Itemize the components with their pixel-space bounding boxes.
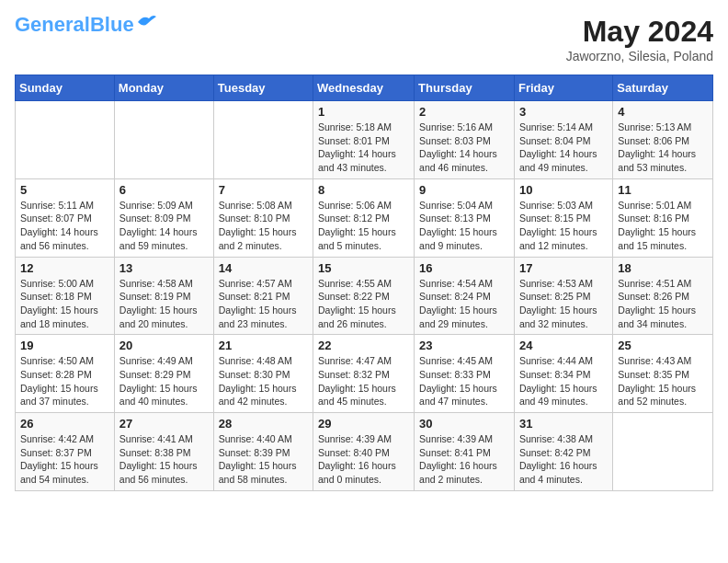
logo: GeneralBlue — [15, 15, 156, 35]
day-info: Sunrise: 4:42 AMSunset: 8:37 PMDaylight:… — [20, 432, 109, 487]
calendar-cell: 24Sunrise: 4:44 AMSunset: 8:34 PMDayligh… — [514, 335, 612, 413]
day-number: 21 — [219, 339, 308, 352]
calendar-cell — [613, 413, 713, 491]
calendar-cell: 13Sunrise: 4:58 AMSunset: 8:19 PMDayligh… — [114, 257, 213, 335]
day-info: Sunrise: 4:40 AMSunset: 8:39 PMDaylight:… — [219, 432, 308, 487]
day-info: Sunrise: 5:13 AMSunset: 8:06 PMDaylight:… — [618, 121, 708, 175]
weekday-header-thursday: Thursday — [415, 75, 515, 101]
calendar-cell: 31Sunrise: 4:38 AMSunset: 8:42 PMDayligh… — [514, 413, 612, 491]
day-info: Sunrise: 4:39 AMSunset: 8:40 PMDaylight:… — [318, 432, 409, 487]
calendar-header: SundayMondayTuesdayWednesdayThursdayFrid… — [16, 75, 713, 101]
day-number: 22 — [318, 339, 409, 352]
day-number: 2 — [419, 105, 509, 119]
day-info: Sunrise: 4:39 AMSunset: 8:41 PMDaylight:… — [419, 432, 509, 487]
calendar-cell: 5Sunrise: 5:11 AMSunset: 8:07 PMDaylight… — [16, 178, 115, 257]
day-number: 12 — [20, 261, 109, 275]
day-info: Sunrise: 4:47 AMSunset: 8:32 PMDaylight:… — [318, 354, 409, 408]
day-info: Sunrise: 4:41 AMSunset: 8:38 PMDaylight:… — [119, 432, 209, 487]
day-number: 11 — [618, 183, 708, 197]
calendar-cell: 16Sunrise: 4:54 AMSunset: 8:24 PMDayligh… — [415, 257, 515, 335]
day-info: Sunrise: 5:01 AMSunset: 8:16 PMDaylight:… — [618, 199, 708, 253]
logo-text: GeneralBlue — [15, 15, 134, 35]
calendar-cell: 9Sunrise: 5:04 AMSunset: 8:13 PMDaylight… — [415, 178, 515, 257]
day-info: Sunrise: 4:38 AMSunset: 8:42 PMDaylight:… — [519, 432, 608, 487]
day-number: 29 — [318, 417, 409, 431]
title-block: May 2024 Jaworzno, Silesia, Poland — [566, 15, 713, 63]
calendar-cell: 27Sunrise: 4:41 AMSunset: 8:38 PMDayligh… — [114, 413, 213, 491]
day-info: Sunrise: 5:18 AMSunset: 8:01 PMDaylight:… — [318, 121, 409, 175]
calendar-cell: 23Sunrise: 4:45 AMSunset: 8:33 PMDayligh… — [415, 335, 515, 413]
day-number: 18 — [618, 261, 708, 275]
day-number: 9 — [419, 183, 509, 197]
day-info: Sunrise: 5:08 AMSunset: 8:10 PMDaylight:… — [219, 199, 308, 253]
calendar-week-5: 26Sunrise: 4:42 AMSunset: 8:37 PMDayligh… — [16, 413, 713, 491]
calendar-week-1: 1Sunrise: 5:18 AMSunset: 8:01 PMDaylight… — [16, 101, 713, 179]
weekday-header-wednesday: Wednesday — [313, 75, 415, 101]
calendar-cell: 8Sunrise: 5:06 AMSunset: 8:12 PMDaylight… — [313, 178, 415, 257]
weekday-header-monday: Monday — [114, 75, 213, 101]
day-info: Sunrise: 4:43 AMSunset: 8:35 PMDaylight:… — [618, 354, 708, 408]
day-number: 26 — [20, 417, 109, 431]
calendar-cell: 12Sunrise: 5:00 AMSunset: 8:18 PMDayligh… — [16, 257, 115, 335]
calendar-week-4: 19Sunrise: 4:50 AMSunset: 8:28 PMDayligh… — [16, 335, 713, 413]
calendar-week-2: 5Sunrise: 5:11 AMSunset: 8:07 PMDaylight… — [16, 178, 713, 257]
calendar-week-3: 12Sunrise: 5:00 AMSunset: 8:18 PMDayligh… — [16, 257, 713, 335]
day-info: Sunrise: 4:57 AMSunset: 8:21 PMDaylight:… — [219, 277, 308, 331]
day-number: 13 — [119, 261, 209, 275]
calendar-cell: 28Sunrise: 4:40 AMSunset: 8:39 PMDayligh… — [213, 413, 313, 491]
day-info: Sunrise: 5:03 AMSunset: 8:15 PMDaylight:… — [519, 199, 608, 253]
calendar-cell: 20Sunrise: 4:49 AMSunset: 8:29 PMDayligh… — [114, 335, 213, 413]
calendar-cell: 6Sunrise: 5:09 AMSunset: 8:09 PMDaylight… — [114, 178, 213, 257]
day-info: Sunrise: 5:04 AMSunset: 8:13 PMDaylight:… — [419, 199, 509, 253]
calendar-cell: 1Sunrise: 5:18 AMSunset: 8:01 PMDaylight… — [313, 101, 415, 179]
weekday-header-tuesday: Tuesday — [213, 75, 313, 101]
calendar-cell: 25Sunrise: 4:43 AMSunset: 8:35 PMDayligh… — [613, 335, 713, 413]
day-info: Sunrise: 4:45 AMSunset: 8:33 PMDaylight:… — [419, 354, 509, 408]
page-header: GeneralBlue May 2024 Jaworzno, Silesia, … — [15, 15, 713, 63]
weekday-header-saturday: Saturday — [613, 75, 713, 101]
day-info: Sunrise: 4:53 AMSunset: 8:25 PMDaylight:… — [519, 277, 608, 331]
logo-bird-icon — [136, 13, 156, 29]
calendar-cell: 22Sunrise: 4:47 AMSunset: 8:32 PMDayligh… — [313, 335, 415, 413]
day-number: 4 — [618, 105, 708, 119]
day-info: Sunrise: 4:48 AMSunset: 8:30 PMDaylight:… — [219, 354, 308, 408]
day-info: Sunrise: 5:06 AMSunset: 8:12 PMDaylight:… — [318, 199, 409, 253]
calendar-cell: 2Sunrise: 5:16 AMSunset: 8:03 PMDaylight… — [415, 101, 515, 179]
location-subtitle: Jaworzno, Silesia, Poland — [566, 49, 713, 63]
day-info: Sunrise: 4:55 AMSunset: 8:22 PMDaylight:… — [318, 277, 409, 331]
calendar-table: SundayMondayTuesdayWednesdayThursdayFrid… — [15, 75, 713, 491]
day-number: 30 — [419, 417, 509, 431]
weekday-header-friday: Friday — [514, 75, 612, 101]
calendar-cell: 29Sunrise: 4:39 AMSunset: 8:40 PMDayligh… — [313, 413, 415, 491]
calendar-cell: 10Sunrise: 5:03 AMSunset: 8:15 PMDayligh… — [514, 178, 612, 257]
day-number: 31 — [519, 417, 608, 431]
day-info: Sunrise: 5:16 AMSunset: 8:03 PMDaylight:… — [419, 121, 509, 175]
day-number: 24 — [519, 339, 608, 352]
day-number: 25 — [618, 339, 708, 352]
calendar-cell: 19Sunrise: 4:50 AMSunset: 8:28 PMDayligh… — [16, 335, 115, 413]
day-number: 5 — [20, 183, 109, 197]
calendar-cell: 7Sunrise: 5:08 AMSunset: 8:10 PMDaylight… — [213, 178, 313, 257]
day-info: Sunrise: 4:44 AMSunset: 8:34 PMDaylight:… — [519, 354, 608, 408]
day-number: 19 — [20, 339, 109, 352]
calendar-cell — [213, 101, 313, 179]
day-info: Sunrise: 4:51 AMSunset: 8:26 PMDaylight:… — [618, 277, 708, 331]
calendar-cell: 15Sunrise: 4:55 AMSunset: 8:22 PMDayligh… — [313, 257, 415, 335]
day-number: 14 — [219, 261, 308, 275]
day-info: Sunrise: 5:09 AMSunset: 8:09 PMDaylight:… — [119, 199, 209, 253]
day-number: 27 — [119, 417, 209, 431]
calendar-cell: 18Sunrise: 4:51 AMSunset: 8:26 PMDayligh… — [613, 257, 713, 335]
day-number: 6 — [119, 183, 209, 197]
day-number: 16 — [419, 261, 509, 275]
calendar-cell: 11Sunrise: 5:01 AMSunset: 8:16 PMDayligh… — [613, 178, 713, 257]
calendar-cell: 3Sunrise: 5:14 AMSunset: 8:04 PMDaylight… — [514, 101, 612, 179]
calendar-cell: 21Sunrise: 4:48 AMSunset: 8:30 PMDayligh… — [213, 335, 313, 413]
calendar-cell: 4Sunrise: 5:13 AMSunset: 8:06 PMDaylight… — [613, 101, 713, 179]
day-info: Sunrise: 5:11 AMSunset: 8:07 PMDaylight:… — [20, 199, 109, 253]
day-number: 8 — [318, 183, 409, 197]
day-info: Sunrise: 5:00 AMSunset: 8:18 PMDaylight:… — [20, 277, 109, 331]
calendar-cell: 26Sunrise: 4:42 AMSunset: 8:37 PMDayligh… — [16, 413, 115, 491]
day-number: 15 — [318, 261, 409, 275]
month-year-title: May 2024 — [566, 15, 713, 49]
day-number: 20 — [119, 339, 209, 352]
